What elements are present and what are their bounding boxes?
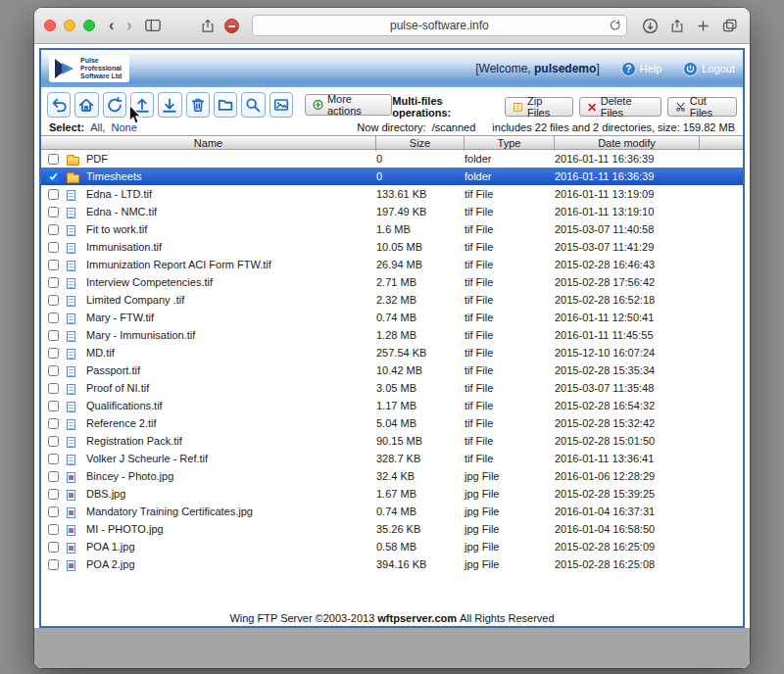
close-icon[interactable] — [44, 20, 56, 31]
row-checkbox[interactable] — [48, 207, 59, 217]
tif-file-icon — [67, 261, 75, 271]
row-checkbox[interactable] — [48, 365, 59, 376]
row-checkbox[interactable] — [48, 224, 59, 235]
zip-files-button[interactable]: Zip Files — [505, 97, 573, 117]
table-row[interactable]: MD.tif 257.54 KB tif File 2015-12-10 16:… — [41, 344, 743, 361]
new-folder-button[interactable] — [214, 92, 237, 118]
tif-file-icon — [67, 208, 75, 218]
download-button[interactable] — [158, 92, 181, 118]
row-checkbox[interactable] — [48, 542, 59, 553]
table-row[interactable]: Volker J Scheurle - Ref.tif 328.7 KB tif… — [41, 450, 743, 467]
new-tab-icon[interactable] — [694, 19, 712, 33]
file-name: Immunisation.tif — [86, 241, 376, 253]
row-checkbox[interactable] — [48, 171, 59, 182]
table-row[interactable]: POA 1.jpg 0.58 MB jpg File 2015-02-28 16… — [41, 538, 743, 555]
table-row[interactable]: MI - PHOTO.jpg 35.26 KB jpg File 2016-01… — [41, 520, 743, 538]
file-type: tif File — [465, 400, 555, 411]
delete-files-label: Delete Files — [601, 95, 654, 119]
file-date: 2015-02-28 16:46:43 — [555, 259, 700, 270]
row-checkbox[interactable] — [48, 454, 59, 464]
row-checkbox[interactable] — [48, 418, 59, 429]
cut-files-button[interactable]: Cut Files — [667, 97, 737, 117]
home-button[interactable] — [74, 92, 98, 118]
file-name: Edna - LTD.tif — [86, 188, 376, 200]
row-checkbox[interactable] — [48, 154, 59, 165]
delete-button[interactable] — [186, 92, 210, 118]
extension-badge-icon[interactable] — [224, 19, 239, 33]
row-checkbox[interactable] — [48, 436, 59, 447]
row-checkbox[interactable] — [48, 295, 59, 306]
table-row[interactable]: Edna - LTD.tif 133.61 KB tif File 2016-0… — [41, 185, 743, 203]
logout-button[interactable]: Logout — [683, 62, 735, 76]
help-button[interactable]: ? Help — [621, 62, 662, 76]
delete-files-button[interactable]: Delete Files — [579, 97, 662, 117]
file-size: 0 — [376, 153, 465, 165]
back-chevron-icon[interactable]: ‹ — [106, 18, 117, 33]
row-checkbox[interactable] — [48, 383, 59, 394]
row-checkbox[interactable] — [48, 348, 59, 359]
file-date: 2015-02-28 16:25:09 — [555, 541, 700, 553]
row-checkbox[interactable] — [48, 242, 59, 253]
file-size: 3.05 MB — [376, 382, 465, 394]
table-row[interactable]: Interview Competencies.tif 2.71 MB tif F… — [41, 273, 743, 291]
column-header-size[interactable]: Size — [376, 136, 465, 151]
preview-button[interactable] — [270, 92, 293, 118]
row-checkbox[interactable] — [48, 559, 59, 570]
row-checkbox[interactable] — [48, 189, 59, 200]
table-row[interactable]: Proof of NI.tif 3.05 MB tif File 2015-03… — [41, 379, 743, 397]
address-bar[interactable]: pulse-software.info — [252, 15, 627, 36]
select-all-link[interactable]: All, — [90, 121, 105, 133]
table-row[interactable]: DBS.jpg 1.67 MB jpg File 2015-02-28 15:3… — [41, 485, 743, 503]
row-checkbox[interactable] — [48, 506, 59, 517]
table-row[interactable]: Bincey - Photo.jpg 32.4 KB jpg File 2016… — [41, 467, 743, 485]
table-row[interactable]: Limited Company .tif 2.32 MB tif File 20… — [41, 291, 743, 309]
row-checkbox[interactable] — [48, 471, 59, 482]
refresh-button[interactable] — [103, 92, 126, 118]
table-row[interactable]: Immunisation.tif 10.05 MB tif File 2015-… — [41, 238, 743, 256]
row-checkbox[interactable] — [48, 524, 59, 535]
search-button[interactable] — [241, 92, 265, 118]
row-checkbox[interactable] — [48, 260, 59, 270]
sidebar-icon[interactable] — [142, 18, 164, 33]
file-size: 257.54 KB — [376, 347, 465, 359]
more-actions-button[interactable]: More actions — [305, 94, 392, 116]
table-row[interactable]: Edna - NMC.tif 197.49 KB tif File 2016-0… — [41, 203, 743, 220]
tif-file-icon — [67, 225, 75, 236]
row-checkbox[interactable] — [48, 330, 59, 341]
column-header-name[interactable]: Name — [41, 136, 376, 151]
site-header: Pulse Professional Software Ltd [Welcome… — [41, 50, 743, 87]
table-row[interactable]: Registration Pack.tif 90.15 MB tif File … — [41, 432, 743, 450]
zoom-icon[interactable] — [83, 20, 95, 31]
row-checkbox[interactable] — [48, 401, 59, 411]
tabs-icon[interactable] — [719, 18, 740, 33]
table-row[interactable]: Mandatory Training Certificates.jpg 0.74… — [41, 503, 743, 520]
share-page-icon[interactable] — [667, 18, 687, 34]
table-row[interactable]: Timesheets 0 folder 2016-01-11 16:36:39 — [41, 168, 743, 185]
search-icon — [244, 96, 262, 114]
share-icon[interactable] — [198, 18, 218, 34]
reload-icon[interactable] — [609, 19, 621, 34]
row-checkbox[interactable] — [48, 313, 59, 323]
table-row[interactable]: Mary - FTW.tif 0.74 MB tif File 2016-01-… — [41, 309, 743, 326]
forward-chevron-icon[interactable]: › — [123, 18, 134, 33]
minimize-icon[interactable] — [64, 20, 75, 31]
row-checkbox[interactable] — [48, 489, 59, 500]
row-checkbox[interactable] — [48, 277, 59, 288]
table-row[interactable]: Qualifications.tif 1.17 MB tif File 2015… — [41, 397, 743, 414]
column-header-type[interactable]: Type — [465, 136, 555, 151]
table-row[interactable]: PDF 0 folder 2016-01-11 16:36:39 — [41, 150, 743, 168]
table-row[interactable]: POA 2.jpg 394.16 KB jpg File 2015-02-28 … — [41, 555, 743, 573]
upload-button[interactable] — [130, 92, 154, 118]
table-row[interactable]: Fit to work.tif 1.6 MB tif File 2015-03-… — [41, 220, 743, 238]
table-row[interactable]: Reference 2.tif 5.04 MB tif File 2015-02… — [41, 414, 743, 432]
table-row[interactable]: Immunization Report ACI Form FTW.tif 26.… — [41, 256, 743, 273]
table-row[interactable]: Mary - Immunisation.tif 1.28 MB tif File… — [41, 326, 743, 344]
footer-link[interactable]: wftpserver.com — [377, 612, 457, 624]
new-folder-icon — [217, 96, 234, 114]
column-header-date[interactable]: Date modify — [555, 136, 700, 151]
file-date: 2016-01-04 16:37:31 — [555, 506, 700, 517]
select-none-link[interactable]: None — [111, 121, 136, 133]
back-button[interactable] — [47, 92, 71, 118]
downloads-icon[interactable] — [640, 18, 661, 34]
table-row[interactable]: Passport.tif 10.42 MB tif File 2015-02-2… — [41, 361, 743, 379]
